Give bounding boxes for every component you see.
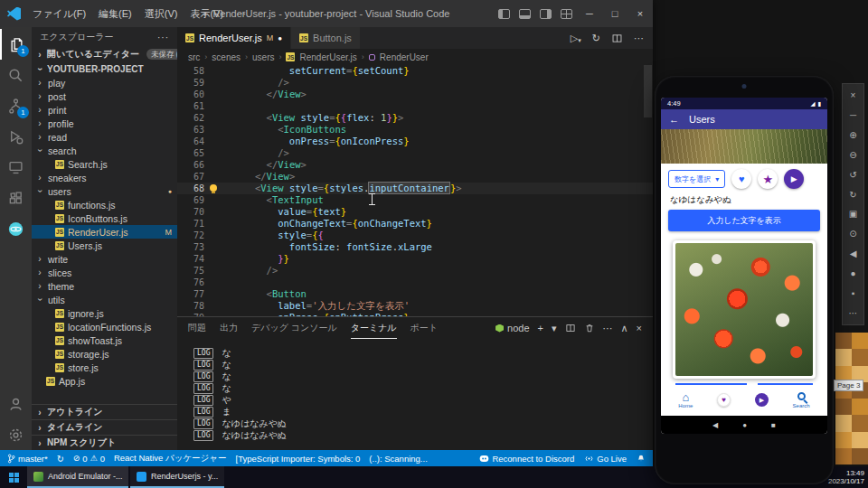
toggle-sidebar-icon[interactable]	[498, 9, 510, 19]
code-line-58[interactable]: 58 setCurrent={setCount}	[177, 65, 653, 77]
split-editor-button[interactable]	[611, 33, 623, 44]
lightbulb-icon[interactable]	[210, 184, 217, 192]
code-line-60[interactable]: 60 </View>	[177, 89, 653, 100]
editor-tab-Button.js[interactable]: JSButton.js	[291, 27, 361, 49]
tree-folder-write[interactable]: ›write	[32, 252, 177, 266]
code-line-74[interactable]: 74 }}	[177, 253, 653, 265]
back-arrow-icon[interactable]: ←	[669, 114, 679, 125]
settings-button[interactable]	[0, 419, 32, 450]
tree-file-Search.js[interactable]: JSSearch.js	[32, 157, 177, 171]
open-editors-section[interactable]: › 開いているエディター 未保存 (1)	[32, 47, 177, 61]
code-line-69[interactable]: 69 <TextInput	[177, 194, 653, 206]
code-line-61[interactable]: 61	[177, 100, 653, 112]
tab-play[interactable]: ▶	[755, 393, 769, 408]
tree-folder-users[interactable]: ›users●	[32, 184, 177, 198]
code-line-76[interactable]: 76	[177, 277, 653, 288]
tree-file-ignore.js[interactable]: JSignore.js	[32, 306, 177, 320]
sidebar-section-2[interactable]: ›NPM スクリプト	[32, 435, 177, 450]
tree-folder-read[interactable]: ›read	[32, 130, 177, 144]
panel-tab-出力[interactable]: 出力	[220, 317, 238, 339]
sidebar-more-icon[interactable]: ···	[157, 33, 169, 42]
tree-file-IconButtons.js[interactable]: JSIconButtons.js	[32, 211, 177, 225]
tab-home[interactable]: ⌂ Home	[678, 392, 693, 408]
menu-item-2[interactable]: 選択(V)	[138, 8, 184, 19]
emulator-toolbar-icon-10[interactable]: ▪	[843, 286, 863, 301]
taskbar-clock[interactable]: 13:49 2023/10/17	[828, 469, 864, 485]
emulator-toolbar-icon-6[interactable]: ▣	[843, 206, 863, 221]
close-button[interactable]: ×	[627, 0, 653, 27]
terminal-shell-selector[interactable]: node	[495, 323, 529, 333]
git-branch-indicator[interactable]: master*	[7, 454, 48, 464]
tree-folder-utils[interactable]: ›utils	[32, 293, 177, 306]
discord-reconnect-button[interactable]: Reconnect to Discord	[479, 454, 574, 464]
code-line-68[interactable]: 68 <View style={styles.inputContainer}>	[177, 183, 653, 194]
tab-search[interactable]: Search	[793, 392, 810, 408]
tree-folder-play[interactable]: ›play	[32, 76, 177, 89]
code-line-78[interactable]: 78 label='入力した文字を表示'	[177, 300, 653, 312]
maximize-panel-button[interactable]: ∧	[621, 323, 628, 334]
run-file-button[interactable]: ▷▾	[571, 33, 581, 44]
emulator-toolbar-icon-3[interactable]: ⊖	[843, 147, 863, 163]
customize-layout-icon[interactable]	[561, 9, 572, 19]
emulator-toolbar-icon-1[interactable]: ─	[843, 108, 863, 123]
breadcrumb-item[interactable]: RenderUser.js	[299, 52, 356, 62]
code-line-65[interactable]: 65 />	[177, 147, 653, 159]
emulator-toolbar-icon-11[interactable]: ⋯	[843, 305, 863, 321]
code-editor[interactable]: 58 setCurrent={setCount}59 />60 </View>6…	[177, 65, 653, 316]
tree-folder-print[interactable]: ›print	[32, 103, 177, 117]
split-terminal-button[interactable]	[565, 323, 576, 333]
explorer-activity-button[interactable]: 1	[0, 29, 32, 60]
code-line-62[interactable]: 62 <View style={{flex: 1}}>	[177, 112, 653, 124]
project-section[interactable]: › YOUTUBER-PROJECT	[32, 61, 177, 76]
sync-changes-button[interactable]: ↻	[57, 454, 64, 464]
emulator-toolbar-icon-0[interactable]: ×	[843, 88, 863, 103]
nav-home-button[interactable]: ●	[742, 421, 747, 429]
panel-tab-ターミナル[interactable]: ターミナル	[351, 317, 397, 339]
tree-file-App.js[interactable]: JSApp.js	[32, 374, 177, 388]
tree-file-locationFunctions.js[interactable]: JSlocationFunctions.js	[32, 320, 177, 333]
nav-back-button[interactable]: ◀	[712, 421, 718, 429]
minimize-button[interactable]: ─	[577, 0, 602, 27]
tree-file-Users.js[interactable]: JSUsers.js	[32, 239, 177, 252]
start-button[interactable]	[0, 466, 27, 488]
remote-explorer-activity-button[interactable]	[0, 152, 32, 183]
code-line-77[interactable]: 77 <Button	[177, 288, 653, 300]
react-native-tools-activity-button[interactable]	[0, 213, 32, 244]
tree-file-storage.js[interactable]: JSstorage.js	[32, 347, 177, 361]
sidebar-section-1[interactable]: ›タイムライン	[32, 419, 177, 435]
panel-more-button[interactable]: ⋯	[603, 323, 613, 334]
code-line-59[interactable]: 59 />	[177, 77, 653, 89]
code-line-75[interactable]: 75 />	[177, 265, 653, 277]
terminal-dropdown-button[interactable]: ▾	[552, 323, 557, 334]
nav-recents-button[interactable]: ■	[771, 421, 776, 429]
tree-folder-search[interactable]: ›search	[32, 144, 177, 157]
kill-terminal-button[interactable]	[584, 323, 595, 333]
code-line-63[interactable]: 63 <IconButtons	[177, 124, 653, 136]
tree-folder-post[interactable]: ›post	[32, 89, 177, 103]
account-button[interactable]	[0, 389, 32, 419]
tree-file-store.js[interactable]: JSstore.js	[32, 361, 177, 374]
emulator-toolbar-icon-4[interactable]: ↺	[843, 167, 863, 183]
menu-item-1[interactable]: 編集(E)	[92, 8, 138, 19]
source-control-activity-button[interactable]: 1	[0, 90, 32, 121]
menu-item-0[interactable]: ファイル(F)	[26, 8, 92, 19]
editor-scrollbar[interactable]	[644, 65, 652, 117]
heart-button[interactable]: ♥	[731, 169, 751, 189]
star-button[interactable]: ★	[758, 169, 778, 189]
tree-file-RenderUser.js[interactable]: JSRenderUser.jsM	[32, 225, 177, 239]
sync-button[interactable]: ↻	[592, 33, 600, 44]
emulator-toolbar-icon-8[interactable]: ◀	[843, 246, 863, 261]
tab-like[interactable]: ♥	[717, 393, 731, 408]
code-line-72[interactable]: 72 style={{	[177, 230, 653, 241]
rn-packager-status[interactable]: React Native パッケージャー	[114, 453, 227, 465]
notifications-button[interactable]	[637, 454, 646, 464]
run-debug-activity-button[interactable]	[0, 121, 32, 152]
toggle-secondary-sidebar-icon[interactable]	[540, 9, 552, 19]
play-button[interactable]: ▶	[784, 169, 804, 189]
code-line-71[interactable]: 71 onChangeText={onChangeText}	[177, 218, 653, 230]
show-text-button[interactable]: 入力した文字を表示	[668, 210, 820, 231]
code-line-64[interactable]: 64 onPress={onIconPress}	[177, 136, 653, 147]
tree-folder-theme[interactable]: ›theme	[32, 279, 177, 293]
close-panel-button[interactable]: ×	[637, 323, 642, 333]
breadcrumb-item[interactable]: users	[252, 52, 274, 62]
